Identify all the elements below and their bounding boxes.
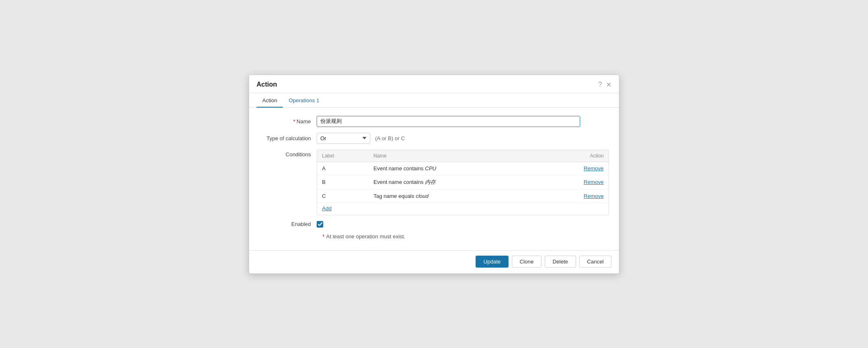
conditions-table: Label Name Action A Event name contains … — [317, 150, 609, 215]
condition-label-b: B — [317, 175, 369, 189]
col-name-header: Name — [369, 150, 539, 162]
conditions-label: Conditions — [259, 150, 317, 158]
condition-row-b: B Event name contains 内存 Remove — [317, 175, 609, 189]
dialog-header: Action ? ✕ — [249, 75, 619, 93]
conditions-table-wrapper: Label Name Action A Event name contains … — [317, 150, 609, 215]
cancel-button[interactable]: Cancel — [579, 256, 611, 268]
warning-row: * At least one operation must exist. — [259, 233, 609, 240]
condition-row-a: A Event name contains CPU Remove — [317, 162, 609, 175]
col-action-header: Action — [539, 150, 609, 162]
condition-label-a: A — [317, 162, 369, 175]
condition-action-a: Remove — [539, 162, 609, 175]
condition-row-c: C Tag name equals cloud Remove — [317, 189, 609, 202]
condition-action-b: Remove — [539, 175, 609, 189]
name-required-star: * — [293, 118, 295, 125]
condition-action-c: Remove — [539, 189, 609, 202]
col-label-header: Label — [317, 150, 369, 162]
conditions-section: Conditions Label Name Action A Event nam… — [259, 150, 609, 215]
add-condition-link[interactable]: Add — [322, 205, 331, 212]
dialog-header-icons: ? ✕ — [598, 81, 611, 89]
tab-operations[interactable]: Operations 1 — [283, 93, 325, 108]
calc-label: Type of calculation — [259, 135, 317, 141]
action-dialog: Action ? ✕ Action Operations 1 *Name Typ… — [249, 75, 619, 274]
calc-select[interactable]: Or And — [317, 133, 370, 144]
add-condition-row: Add — [317, 202, 609, 215]
enabled-checkbox[interactable] — [317, 221, 323, 228]
help-icon[interactable]: ? — [598, 81, 602, 88]
warning-star: * — [322, 233, 324, 240]
calc-row: Type of calculation Or And (A or B) or C — [259, 133, 609, 144]
enabled-checkbox-wrapper — [317, 221, 323, 228]
conditions-header-row: Label Name Action — [317, 150, 609, 162]
tab-action[interactable]: Action — [257, 93, 283, 108]
name-label: *Name — [259, 118, 317, 125]
calc-description: (A or B) or C — [375, 135, 405, 141]
condition-name-b: Event name contains 内存 — [369, 175, 539, 189]
condition-name-a: Event name contains CPU — [369, 162, 539, 175]
dialog-body: *Name Type of calculation Or And (A or B… — [249, 108, 619, 250]
tabs-bar: Action Operations 1 — [249, 93, 619, 108]
enabled-label: Enabled — [259, 221, 317, 227]
remove-b-link[interactable]: Remove — [584, 179, 604, 185]
name-input[interactable] — [317, 116, 580, 127]
enabled-row: Enabled — [259, 221, 609, 228]
name-row: *Name — [259, 116, 609, 127]
condition-name-c: Tag name equals cloud — [369, 189, 539, 202]
remove-c-link[interactable]: Remove — [584, 193, 604, 199]
delete-button[interactable]: Delete — [545, 256, 576, 268]
close-icon[interactable]: ✕ — [606, 81, 611, 89]
checkmark-icon — [318, 222, 322, 226]
dialog-title: Action — [257, 81, 277, 88]
condition-label-c: C — [317, 189, 369, 202]
dialog-footer: Update Clone Delete Cancel — [249, 250, 619, 273]
clone-button[interactable]: Clone — [512, 256, 541, 268]
remove-a-link[interactable]: Remove — [584, 165, 604, 172]
update-button[interactable]: Update — [476, 256, 509, 268]
add-condition-cell: Add — [317, 202, 609, 215]
warning-text: At least one operation must exist. — [326, 233, 405, 240]
